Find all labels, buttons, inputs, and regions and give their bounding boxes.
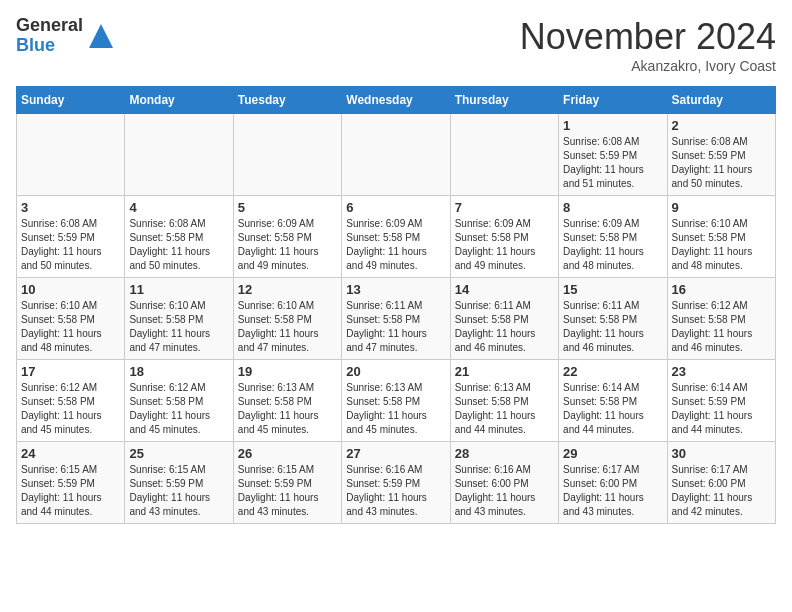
title-block: November 2024 Akanzakro, Ivory Coast [520, 16, 776, 74]
day-number: 14 [455, 282, 554, 297]
day-info: Sunrise: 6:16 AM Sunset: 6:00 PM Dayligh… [455, 463, 554, 519]
day-number: 18 [129, 364, 228, 379]
calendar-day-cell: 8Sunrise: 6:09 AM Sunset: 5:58 PM Daylig… [559, 196, 667, 278]
logo: General Blue [16, 16, 115, 56]
day-info: Sunrise: 6:12 AM Sunset: 5:58 PM Dayligh… [21, 381, 120, 437]
day-of-week-header: Tuesday [233, 87, 341, 114]
calendar-day-cell: 24Sunrise: 6:15 AM Sunset: 5:59 PM Dayli… [17, 442, 125, 524]
day-of-week-header: Friday [559, 87, 667, 114]
day-number: 10 [21, 282, 120, 297]
calendar-day-cell: 1Sunrise: 6:08 AM Sunset: 5:59 PM Daylig… [559, 114, 667, 196]
calendar-day-cell: 2Sunrise: 6:08 AM Sunset: 5:59 PM Daylig… [667, 114, 775, 196]
day-info: Sunrise: 6:14 AM Sunset: 5:58 PM Dayligh… [563, 381, 662, 437]
day-number: 15 [563, 282, 662, 297]
calendar-day-cell [233, 114, 341, 196]
day-number: 3 [21, 200, 120, 215]
calendar-day-cell [125, 114, 233, 196]
calendar-day-cell: 5Sunrise: 6:09 AM Sunset: 5:58 PM Daylig… [233, 196, 341, 278]
day-of-week-header: Thursday [450, 87, 558, 114]
calendar-day-cell: 20Sunrise: 6:13 AM Sunset: 5:58 PM Dayli… [342, 360, 450, 442]
calendar-day-cell: 28Sunrise: 6:16 AM Sunset: 6:00 PM Dayli… [450, 442, 558, 524]
day-number: 9 [672, 200, 771, 215]
day-info: Sunrise: 6:08 AM Sunset: 5:59 PM Dayligh… [563, 135, 662, 191]
day-info: Sunrise: 6:10 AM Sunset: 5:58 PM Dayligh… [129, 299, 228, 355]
day-number: 7 [455, 200, 554, 215]
day-number: 30 [672, 446, 771, 461]
day-info: Sunrise: 6:17 AM Sunset: 6:00 PM Dayligh… [563, 463, 662, 519]
calendar-day-cell: 4Sunrise: 6:08 AM Sunset: 5:58 PM Daylig… [125, 196, 233, 278]
day-number: 29 [563, 446, 662, 461]
days-of-week-row: SundayMondayTuesdayWednesdayThursdayFrid… [17, 87, 776, 114]
calendar-day-cell [17, 114, 125, 196]
calendar-day-cell: 13Sunrise: 6:11 AM Sunset: 5:58 PM Dayli… [342, 278, 450, 360]
logo-icon [87, 22, 115, 50]
calendar-body: 1Sunrise: 6:08 AM Sunset: 5:59 PM Daylig… [17, 114, 776, 524]
month-title: November 2024 [520, 16, 776, 58]
day-info: Sunrise: 6:10 AM Sunset: 5:58 PM Dayligh… [672, 217, 771, 273]
day-number: 23 [672, 364, 771, 379]
day-number: 4 [129, 200, 228, 215]
day-number: 12 [238, 282, 337, 297]
calendar-week-row: 24Sunrise: 6:15 AM Sunset: 5:59 PM Dayli… [17, 442, 776, 524]
calendar-day-cell: 6Sunrise: 6:09 AM Sunset: 5:58 PM Daylig… [342, 196, 450, 278]
calendar-day-cell: 7Sunrise: 6:09 AM Sunset: 5:58 PM Daylig… [450, 196, 558, 278]
calendar-day-cell: 25Sunrise: 6:15 AM Sunset: 5:59 PM Dayli… [125, 442, 233, 524]
day-info: Sunrise: 6:09 AM Sunset: 5:58 PM Dayligh… [563, 217, 662, 273]
calendar-day-cell: 15Sunrise: 6:11 AM Sunset: 5:58 PM Dayli… [559, 278, 667, 360]
page-header: General Blue November 2024 Akanzakro, Iv… [16, 16, 776, 74]
calendar-day-cell: 22Sunrise: 6:14 AM Sunset: 5:58 PM Dayli… [559, 360, 667, 442]
day-number: 28 [455, 446, 554, 461]
calendar-day-cell: 30Sunrise: 6:17 AM Sunset: 6:00 PM Dayli… [667, 442, 775, 524]
day-number: 27 [346, 446, 445, 461]
day-info: Sunrise: 6:16 AM Sunset: 5:59 PM Dayligh… [346, 463, 445, 519]
day-of-week-header: Saturday [667, 87, 775, 114]
day-info: Sunrise: 6:10 AM Sunset: 5:58 PM Dayligh… [238, 299, 337, 355]
day-info: Sunrise: 6:13 AM Sunset: 5:58 PM Dayligh… [455, 381, 554, 437]
day-info: Sunrise: 6:11 AM Sunset: 5:58 PM Dayligh… [346, 299, 445, 355]
day-number: 22 [563, 364, 662, 379]
day-number: 8 [563, 200, 662, 215]
calendar-table: SundayMondayTuesdayWednesdayThursdayFrid… [16, 86, 776, 524]
day-info: Sunrise: 6:08 AM Sunset: 5:59 PM Dayligh… [21, 217, 120, 273]
day-number: 26 [238, 446, 337, 461]
day-number: 11 [129, 282, 228, 297]
day-info: Sunrise: 6:08 AM Sunset: 5:59 PM Dayligh… [672, 135, 771, 191]
calendar-day-cell: 17Sunrise: 6:12 AM Sunset: 5:58 PM Dayli… [17, 360, 125, 442]
day-number: 6 [346, 200, 445, 215]
logo-general-text: General [16, 16, 83, 36]
day-info: Sunrise: 6:13 AM Sunset: 5:58 PM Dayligh… [238, 381, 337, 437]
calendar-day-cell: 26Sunrise: 6:15 AM Sunset: 5:59 PM Dayli… [233, 442, 341, 524]
day-number: 21 [455, 364, 554, 379]
day-number: 5 [238, 200, 337, 215]
day-info: Sunrise: 6:15 AM Sunset: 5:59 PM Dayligh… [129, 463, 228, 519]
calendar-week-row: 10Sunrise: 6:10 AM Sunset: 5:58 PM Dayli… [17, 278, 776, 360]
day-number: 20 [346, 364, 445, 379]
day-number: 2 [672, 118, 771, 133]
calendar-day-cell [450, 114, 558, 196]
day-info: Sunrise: 6:15 AM Sunset: 5:59 PM Dayligh… [238, 463, 337, 519]
day-info: Sunrise: 6:17 AM Sunset: 6:00 PM Dayligh… [672, 463, 771, 519]
day-info: Sunrise: 6:11 AM Sunset: 5:58 PM Dayligh… [563, 299, 662, 355]
calendar-day-cell: 16Sunrise: 6:12 AM Sunset: 5:58 PM Dayli… [667, 278, 775, 360]
calendar-day-cell: 29Sunrise: 6:17 AM Sunset: 6:00 PM Dayli… [559, 442, 667, 524]
day-number: 24 [21, 446, 120, 461]
location-subtitle: Akanzakro, Ivory Coast [520, 58, 776, 74]
calendar-day-cell: 9Sunrise: 6:10 AM Sunset: 5:58 PM Daylig… [667, 196, 775, 278]
day-number: 17 [21, 364, 120, 379]
day-info: Sunrise: 6:09 AM Sunset: 5:58 PM Dayligh… [455, 217, 554, 273]
day-number: 13 [346, 282, 445, 297]
calendar-day-cell: 19Sunrise: 6:13 AM Sunset: 5:58 PM Dayli… [233, 360, 341, 442]
day-of-week-header: Sunday [17, 87, 125, 114]
day-info: Sunrise: 6:14 AM Sunset: 5:59 PM Dayligh… [672, 381, 771, 437]
calendar-day-cell [342, 114, 450, 196]
day-info: Sunrise: 6:11 AM Sunset: 5:58 PM Dayligh… [455, 299, 554, 355]
calendar-week-row: 17Sunrise: 6:12 AM Sunset: 5:58 PM Dayli… [17, 360, 776, 442]
calendar-day-cell: 14Sunrise: 6:11 AM Sunset: 5:58 PM Dayli… [450, 278, 558, 360]
calendar-day-cell: 3Sunrise: 6:08 AM Sunset: 5:59 PM Daylig… [17, 196, 125, 278]
day-number: 16 [672, 282, 771, 297]
day-info: Sunrise: 6:15 AM Sunset: 5:59 PM Dayligh… [21, 463, 120, 519]
calendar-day-cell: 10Sunrise: 6:10 AM Sunset: 5:58 PM Dayli… [17, 278, 125, 360]
calendar-week-row: 1Sunrise: 6:08 AM Sunset: 5:59 PM Daylig… [17, 114, 776, 196]
day-info: Sunrise: 6:10 AM Sunset: 5:58 PM Dayligh… [21, 299, 120, 355]
day-of-week-header: Monday [125, 87, 233, 114]
